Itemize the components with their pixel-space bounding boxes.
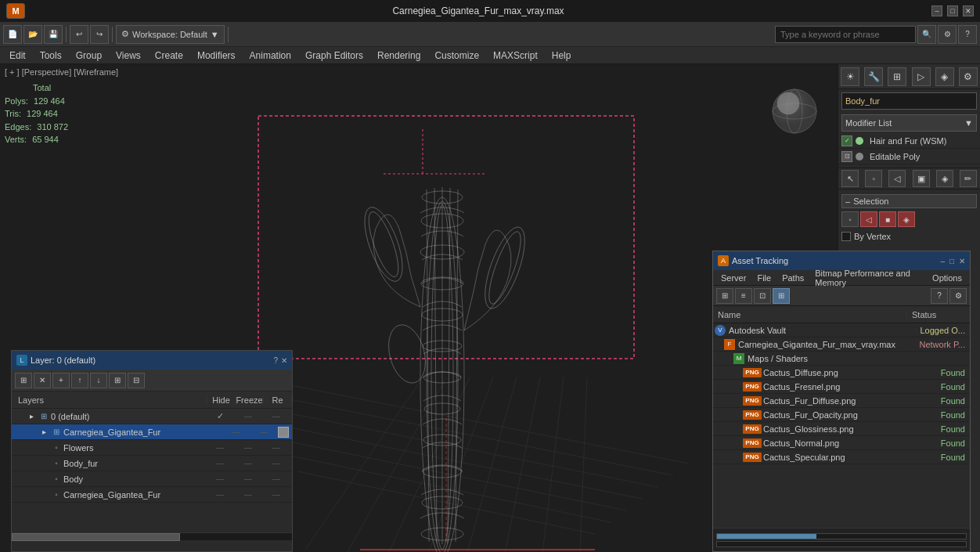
layer-row[interactable]: ◦ Flowers — — — [12, 440, 292, 456]
layer-move-down-btn[interactable]: ↓ [90, 373, 107, 388]
png-icon-fresnel: PNG [743, 382, 762, 391]
asset-restore-button[interactable]: □ [949, 257, 954, 265]
asset-row-maps[interactable]: M Maps / Shaders [713, 352, 970, 366]
asset-menu-options[interactable]: Options [928, 270, 967, 286]
layer-icon-btn[interactable]: ⊞ [15, 373, 32, 388]
rp-face-tool[interactable]: ▣ [913, 170, 930, 187]
by-vertex-checkbox[interactable] [841, 232, 851, 241]
layer-row[interactable]: ◦ Body_fur — — — [12, 456, 292, 471]
menu-tools[interactable]: Tools [34, 49, 68, 63]
layer-scrollbar[interactable] [12, 532, 292, 540]
menu-help[interactable]: Help [546, 49, 578, 63]
search-options-button[interactable]: ⚙ [938, 25, 957, 44]
save-button[interactable]: 💾 [44, 25, 63, 44]
menu-group[interactable]: Group [70, 49, 108, 63]
menu-views[interactable]: Views [110, 49, 147, 63]
search-button[interactable]: 🔍 [917, 25, 936, 44]
layer-visibility-check[interactable]: ✓ [206, 411, 234, 421]
asset-row-file[interactable]: F Carnegiea_Gigantea_Fur_max_vray.max Ne… [713, 337, 970, 352]
asset-menu-bitmap[interactable]: Bitmap Performance and Memory [810, 270, 926, 286]
layer-add-btn[interactable]: + [52, 373, 70, 388]
asset-tool-settings[interactable]: ⚙ [949, 288, 967, 304]
rp-vertex-tool[interactable]: ◦ [865, 170, 882, 187]
selection-header[interactable]: – Selection [841, 194, 977, 208]
rp-icon-motion[interactable]: ▷ [912, 67, 931, 86]
layer-panel-title: Layer: 0 (default) [31, 355, 95, 365]
asset-menu-file[interactable]: File [752, 270, 776, 286]
asset-row-fresnel[interactable]: PNG Cactus_Fresnel.png Found [713, 380, 970, 394]
asset-tool-list[interactable]: ≡ [735, 288, 752, 304]
help-button[interactable]: ? [958, 25, 977, 44]
rp-icon-modify[interactable]: 🔧 [864, 67, 883, 86]
open-button[interactable]: 📂 [23, 25, 42, 44]
asset-row-vault[interactable]: V Autodesk Vault Logged O... [713, 323, 970, 337]
layer-row[interactable]: ▸ ⊞ Carnegiea_Gigantea_Fur — — [12, 424, 292, 440]
rp-icon-sun[interactable]: ☀ [841, 67, 859, 86]
asset-row-specular[interactable]: PNG Cactus_Specular.png Found [713, 450, 970, 464]
asset-tool-help[interactable]: ? [931, 288, 948, 304]
search-input[interactable] [775, 26, 916, 43]
redo-button[interactable]: ↪ [90, 25, 109, 44]
layer-collapse-btn[interactable]: ⊟ [128, 373, 145, 388]
menu-graph-editors[interactable]: Graph Editors [299, 49, 369, 63]
menu-customize[interactable]: Customize [428, 49, 485, 63]
asset-menu-paths[interactable]: Paths [777, 270, 809, 286]
rp-edge-tool[interactable]: ◁ [888, 170, 906, 187]
rp-icon-display[interactable]: ◈ [935, 67, 954, 86]
layer-row[interactable]: ◦ Carnegiea_Gigantea_Fur — — — [12, 487, 292, 503]
modifier-bulb-poly[interactable] [856, 153, 863, 161]
sel-icon-3[interactable]: ■ [879, 211, 896, 227]
asset-tool-grid[interactable]: ⊡ [754, 288, 771, 304]
sel-icon-4[interactable]: ◈ [898, 211, 915, 227]
asset-row-fur-diffuse[interactable]: PNG Cactus_Fur_Diffuse.png Found [713, 394, 970, 408]
sel-icon-1[interactable]: ◦ [841, 211, 859, 227]
workspace-dropdown[interactable]: ⚙ Workspace: Default ▼ [116, 25, 225, 44]
rp-element-tool[interactable]: ◈ [936, 170, 953, 187]
rp-paint-tool[interactable]: ✏ [960, 170, 977, 187]
layer-close-button[interactable]: ✕ [281, 356, 287, 365]
layer-color-swatch[interactable] [278, 427, 289, 438]
rp-select-tool[interactable]: ↖ [841, 170, 859, 187]
object-name-input[interactable] [841, 92, 977, 110]
asset-row-glossiness[interactable]: PNG Cactus_Glossiness.png Found [713, 422, 970, 436]
menu-rendering[interactable]: Rendering [371, 49, 427, 63]
modifier-bulb-hair[interactable] [856, 137, 863, 145]
layer-delete-btn[interactable]: ✕ [34, 373, 51, 388]
layer-expand-btn[interactable]: ⊞ [109, 373, 126, 388]
asset-tool-expand[interactable]: ⊞ [716, 288, 733, 304]
asset-minimize-button[interactable]: – [940, 257, 945, 265]
asset-menu-server[interactable]: Server [716, 270, 751, 286]
restore-button[interactable]: □ [947, 5, 958, 16]
modifier-item-editable-poly[interactable]: ⊡ Editable Poly [838, 149, 980, 164]
modifier-list-header[interactable]: Modifier List ▼ [841, 114, 977, 132]
layer-move-up-btn[interactable]: ↑ [71, 373, 88, 388]
asset-panel-icon: A [718, 255, 729, 266]
modifier-visibility-icon[interactable]: ✓ [841, 135, 852, 146]
asset-close-button[interactable]: ✕ [959, 257, 965, 265]
sel-icon-2[interactable]: ◁ [860, 211, 877, 227]
rp-icon-utils[interactable]: ⚙ [959, 67, 978, 86]
new-file-button[interactable]: 📄 [3, 25, 22, 44]
layer-help-button[interactable]: ? [273, 356, 278, 365]
rp-icon-hierarchy[interactable]: ⊞ [888, 67, 906, 86]
layer-row[interactable]: ▸ ⊞ 0 (default) ✓ — — [12, 409, 292, 424]
asset-row-normal[interactable]: PNG Cactus_Normal.png Found [713, 436, 970, 450]
undo-button[interactable]: ↩ [70, 25, 88, 44]
workspace-dropdown-arrow: ▼ [211, 30, 219, 39]
menu-animation[interactable]: Animation [243, 49, 297, 63]
menu-modifiers[interactable]: Modifiers [191, 49, 242, 63]
modifier-visibility-icon-2[interactable]: ⊡ [841, 151, 852, 162]
menu-edit[interactable]: Edit [3, 49, 32, 63]
layer-dash-3: — [206, 443, 234, 452]
layer-row[interactable]: ◦ Body — — — [12, 471, 292, 487]
modifier-item-hair-fur[interactable]: ✓ Hair and Fur (WSM) [838, 133, 980, 149]
menu-create[interactable]: Create [149, 49, 189, 63]
asset-tool-table[interactable]: ⊞ [773, 288, 790, 304]
menu-maxscript[interactable]: MAXScript [487, 49, 544, 63]
asset-row-diffuse[interactable]: PNG Cactus_Diffuse.png Found [713, 366, 970, 380]
app-logo[interactable]: M [6, 3, 25, 19]
asset-row-fur-opacity[interactable]: PNG Cactus_Fur_Opacity.png Found [713, 408, 970, 422]
minimize-button[interactable]: – [931, 5, 942, 16]
close-button[interactable]: ✕ [963, 5, 974, 16]
layer-scrollbar-thumb[interactable] [12, 533, 180, 541]
